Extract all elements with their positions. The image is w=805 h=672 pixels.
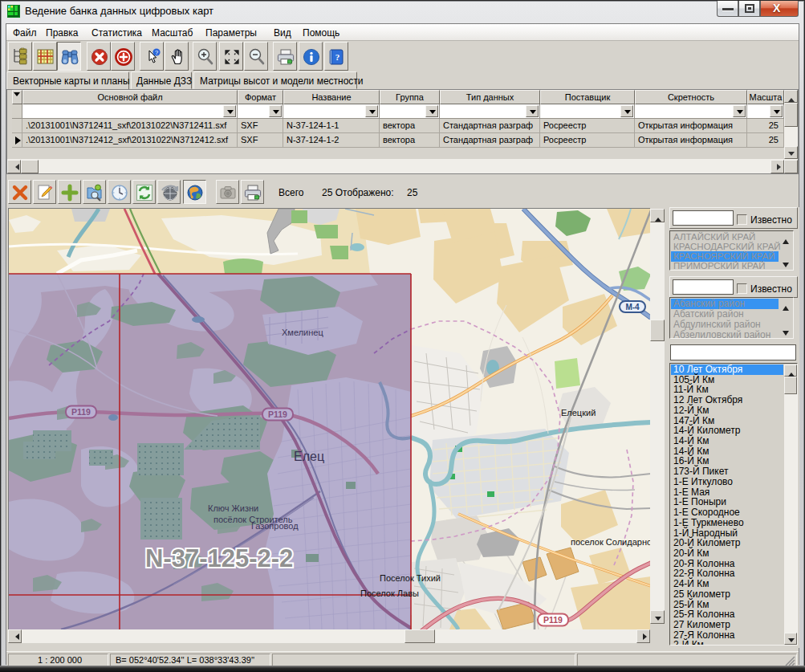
svg-text:М-4: М-4: [625, 303, 640, 312]
svg-text:?: ?: [155, 49, 158, 56]
svg-text:поселок Солидарност: поселок Солидарност: [571, 537, 651, 547]
svg-text:N-37-125-2-2: N-37-125-2-2: [145, 544, 293, 572]
svg-text:Поселок Тихий: Поселок Тихий: [380, 573, 441, 583]
svg-text:Р119: Р119: [543, 615, 563, 625]
svg-text:?: ?: [335, 52, 340, 62]
svg-text:Елецкий: Елецкий: [561, 408, 596, 417]
svg-text:Поселок Лавы: Поселок Лавы: [360, 589, 419, 598]
